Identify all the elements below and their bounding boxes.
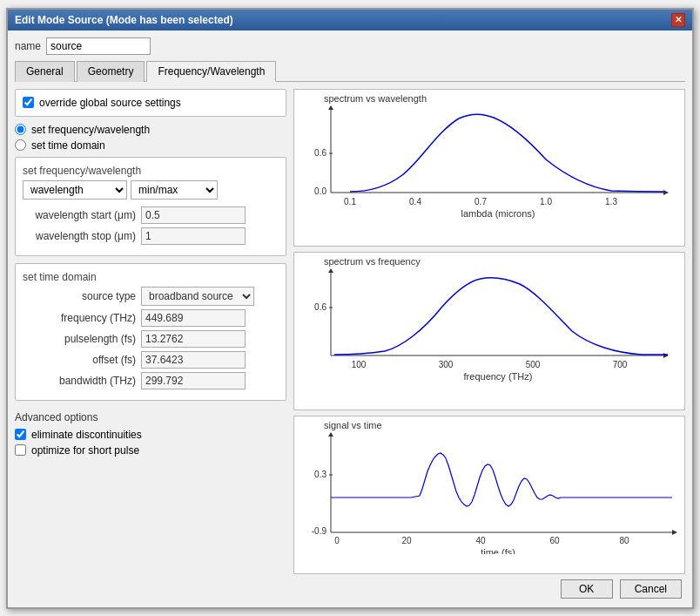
chart3-container: signal vs time 0.3 -0.9 0 20 40 [293, 416, 685, 574]
wavelength-start-input[interactable] [141, 206, 246, 224]
svg-text:0.6: 0.6 [314, 302, 326, 312]
svg-text:80: 80 [619, 536, 629, 545]
frequency-input[interactable] [141, 309, 246, 327]
name-input[interactable] [46, 37, 151, 55]
radio-freq-row: set frequency/wavelength [15, 124, 286, 136]
chart2-svg: 0.6 100 300 500 700 frequency (THz) [298, 268, 681, 382]
left-panel: override global source settings set freq… [15, 89, 293, 574]
wavelength-stop-row: wavelength stop (μm) [23, 227, 279, 245]
eliminate-label: eliminate discontinuities [31, 429, 142, 441]
svg-text:lambda (microns): lambda (microns) [461, 208, 535, 219]
svg-text:0.6: 0.6 [314, 148, 326, 158]
tab-frequency[interactable]: Frequency/Wavelength [146, 61, 276, 82]
chart3-title: signal vs time [298, 420, 681, 430]
wavelength-start-label: wavelength start (μm) [23, 209, 136, 221]
frequency-label: frequency (THz) [23, 312, 136, 324]
chart2-title: spectrum vs frequency [298, 256, 681, 267]
source-type-label: source type [23, 290, 136, 302]
pulselength-label: pulselength (fs) [23, 333, 136, 345]
radio-time-row: set time domain [15, 139, 286, 152]
svg-marker-26 [672, 530, 677, 535]
tab-geometry[interactable]: Geometry [77, 61, 145, 82]
svg-text:0.1: 0.1 [344, 197, 356, 206]
svg-marker-2 [663, 190, 669, 195]
override-label: override global source settings [39, 97, 181, 109]
main-content: override global source settings set freq… [15, 89, 685, 574]
svg-text:700: 700 [613, 360, 628, 369]
svg-text:40: 40 [475, 536, 486, 545]
radio-freq-label: set frequency/wavelength [31, 124, 150, 136]
close-button[interactable]: ✕ [671, 13, 685, 27]
svg-text:60: 60 [549, 536, 560, 545]
radio-time[interactable] [15, 139, 26, 151]
wavelength-dropdown[interactable]: wavelength [23, 180, 127, 200]
svg-marker-3 [328, 105, 333, 110]
wavelength-stop-label: wavelength stop (μm) [23, 230, 136, 242]
chart1-container: spectrum vs wavelength 0.6 0.0 [293, 89, 685, 247]
optimize-row: optimize for short pulse [15, 444, 286, 457]
freq-wavelength-section: set frequency/wavelength wavelength min/… [15, 157, 286, 256]
right-panel: spectrum vs wavelength 0.6 0.0 [293, 89, 685, 574]
svg-text:1.0: 1.0 [540, 197, 552, 206]
wavelength-start-row: wavelength start (μm) [23, 206, 279, 224]
svg-text:-0.9: -0.9 [312, 526, 327, 536]
bandwidth-input[interactable] [141, 372, 246, 389]
eliminate-row: eliminate discontinuities [15, 429, 286, 441]
chart1-svg: 0.6 0.0 0.1 0.4 0.7 1.0 1.3 lambda (micr… [298, 105, 681, 219]
time-domain-title: set time domain [23, 271, 279, 283]
svg-text:1.3: 1.3 [605, 197, 617, 206]
svg-text:0.4: 0.4 [409, 197, 421, 206]
svg-marker-27 [328, 432, 333, 437]
svg-text:time (fs): time (fs) [481, 547, 515, 554]
chart3-svg: 0.3 -0.9 0 20 40 60 80 time (fs) [298, 432, 681, 554]
override-row: override global source settings [15, 89, 286, 117]
svg-text:500: 500 [526, 360, 541, 369]
cancel-button[interactable]: Cancel [620, 579, 682, 599]
svg-marker-15 [663, 353, 669, 358]
time-domain-section: set time domain source type broadband so… [15, 263, 286, 401]
svg-text:300: 300 [439, 360, 454, 369]
dropdown-row: wavelength min/max [23, 180, 279, 200]
minmax-dropdown[interactable]: min/max [131, 180, 218, 200]
offset-label: offset (fs) [23, 354, 136, 366]
title-bar: Edit Mode Source (Mode has been selected… [8, 10, 692, 30]
source-type-dropdown[interactable]: broadband source [141, 287, 254, 306]
svg-marker-16 [328, 268, 333, 273]
svg-text:20: 20 [401, 536, 412, 545]
override-checkbox[interactable] [23, 97, 34, 108]
bandwidth-row: bandwidth (THz) [23, 372, 279, 389]
freq-wavelength-title: set frequency/wavelength [23, 165, 279, 177]
optimize-label: optimize for short pulse [31, 444, 139, 457]
wavelength-stop-input[interactable] [141, 227, 246, 245]
name-row: name [15, 37, 685, 55]
tab-bar: General Geometry Frequency/Wavelength [15, 60, 685, 82]
bottom-bar: OK Cancel [15, 574, 685, 600]
chart1-title: spectrum vs wavelength [298, 93, 681, 104]
svg-text:frequency (THz): frequency (THz) [464, 371, 533, 382]
window-body: name General Geometry Frequency/Waveleng… [8, 30, 692, 607]
eliminate-checkbox[interactable] [15, 429, 26, 440]
svg-text:0.7: 0.7 [475, 197, 487, 206]
offset-row: offset (fs) [23, 351, 279, 369]
svg-text:0.3: 0.3 [314, 470, 326, 479]
offset-input[interactable] [141, 351, 246, 369]
frequency-row: frequency (THz) [23, 309, 279, 327]
svg-text:0: 0 [334, 536, 340, 545]
pulselength-row: pulselength (fs) [23, 330, 279, 348]
name-label: name [15, 40, 41, 52]
advanced-options: Advanced options eliminate discontinuiti… [15, 411, 286, 460]
main-window: Edit Mode Source (Mode has been selected… [6, 8, 694, 609]
ok-button[interactable]: OK [561, 579, 613, 599]
tab-general[interactable]: General [15, 61, 75, 82]
pulselength-input[interactable] [141, 330, 246, 348]
source-type-row: source type broadband source [23, 287, 279, 306]
svg-text:100: 100 [352, 360, 367, 369]
chart2-container: spectrum vs frequency 0.6 100 300 500 70… [293, 252, 685, 410]
radio-group: set frequency/wavelength set time domain [15, 124, 286, 152]
radio-time-label: set time domain [31, 139, 105, 152]
radio-freq[interactable] [15, 124, 26, 135]
svg-text:0.0: 0.0 [314, 186, 326, 196]
bandwidth-label: bandwidth (THz) [23, 375, 136, 387]
window-title: Edit Mode Source (Mode has been selected… [15, 14, 233, 26]
optimize-checkbox[interactable] [15, 444, 26, 456]
